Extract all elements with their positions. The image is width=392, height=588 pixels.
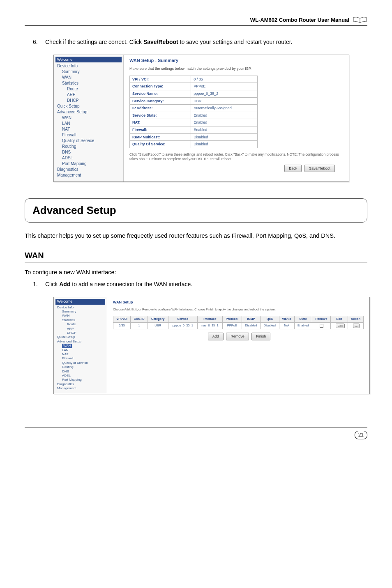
tree-item[interactable]: Summary: [55, 69, 122, 75]
action-button[interactable]: ...: [353, 324, 360, 328]
tree-item[interactable]: LAN: [55, 121, 122, 126]
table-row: Service Category:UBR: [130, 97, 258, 105]
tree-item[interactable]: Management: [55, 386, 105, 390]
table-cell: pppoe_0_35_1: [168, 322, 198, 329]
column-header: IGMP: [242, 316, 260, 323]
table-cell: Disabled: [242, 322, 260, 329]
column-header: VlanId: [279, 316, 294, 323]
tree-item[interactable]: ARP: [55, 92, 122, 98]
tree-item[interactable]: NAT: [55, 352, 105, 356]
remove-button[interactable]: Remove: [226, 333, 249, 340]
tree-header: Welcome: [55, 299, 105, 305]
nav-tree: Welcome Device InfoSummaryWANStatisticsR…: [54, 297, 107, 394]
table-cell: PPPoE: [222, 322, 242, 329]
table-row: NAT:Enabled: [130, 119, 258, 126]
tree-item[interactable]: DHCP: [55, 331, 105, 335]
tree-item[interactable]: ADSL: [55, 374, 105, 378]
tree-item[interactable]: ADSL: [55, 155, 122, 161]
wan-intro: To configure a new WAN interface:: [25, 268, 367, 276]
tree-item[interactable]: Quick Setup: [55, 335, 105, 339]
save-reboot-button[interactable]: Save/Reboot: [304, 165, 335, 172]
tree-item[interactable]: Device Info: [55, 305, 105, 310]
tree-item[interactable]: ARP: [55, 327, 105, 331]
remove-checkbox[interactable]: [320, 324, 323, 328]
table-cell: 0/35: [113, 322, 131, 329]
tree-item[interactable]: Quick Setup: [55, 103, 122, 109]
column-header: Service: [168, 316, 198, 323]
table-row: VPI / VCI:0 / 35: [130, 76, 258, 83]
panel-note: Click "Save/Reboot" to save these settin…: [129, 152, 343, 161]
column-header: Protocol: [222, 316, 242, 323]
tree-item[interactable]: Firewall: [55, 356, 105, 361]
tree-item[interactable]: Port Mapping: [55, 161, 122, 167]
table-cell: 1: [131, 322, 148, 329]
tree-item[interactable]: Routing: [55, 365, 105, 369]
tree-item[interactable]: DNS: [55, 370, 105, 374]
column-header: Category: [148, 316, 168, 323]
table-cell: Edit: [331, 322, 348, 329]
table-cell: nas_0_35_1: [198, 322, 223, 329]
tree-item[interactable]: WAN: [55, 314, 105, 318]
column-header: State: [294, 316, 312, 323]
tree-item[interactable]: Firewall: [55, 132, 122, 138]
panel-desc: Choose Add, Edit, or Remove to configure…: [113, 308, 364, 312]
step-text: Check if the settings are correct. Click…: [45, 38, 367, 46]
tree-item[interactable]: Device Info: [55, 63, 122, 69]
tree-item[interactable]: Port Mapping: [55, 378, 105, 382]
tree-item[interactable]: WAN: [55, 344, 105, 348]
tree-item[interactable]: NAT: [55, 126, 122, 132]
step-number: 1.: [33, 280, 39, 289]
tree-item[interactable]: WAN: [55, 115, 122, 121]
tree-item[interactable]: Advanced Setup: [55, 340, 105, 344]
page-number: 21: [355, 431, 367, 439]
tree-item[interactable]: DNS: [55, 149, 122, 155]
back-button[interactable]: Back: [284, 165, 302, 172]
wan-table: VPI/VCICon. IDCategoryServiceInterfacePr…: [113, 316, 364, 329]
table-cell: UBR: [148, 322, 168, 329]
panel-heading: WAN Setup - Summary: [129, 57, 343, 64]
column-header: VPI/VCI: [113, 316, 131, 323]
table-row: Service State:Enabled: [130, 112, 258, 119]
tree-item[interactable]: Advanced Setup: [55, 109, 122, 115]
tree-item[interactable]: Route: [55, 86, 122, 92]
column-header: QoS: [261, 316, 279, 323]
column-header: Edit: [331, 316, 348, 323]
tree-item[interactable]: Statistics: [55, 80, 122, 86]
tree-header: Welcome: [55, 57, 122, 63]
table-row: Firewall:Enabled: [130, 126, 258, 133]
tree-item[interactable]: Route: [55, 322, 105, 326]
screenshot-wan-setup: Welcome Device InfoSummaryWANStatisticsR…: [53, 297, 370, 395]
tree-item[interactable]: Routing: [55, 144, 122, 149]
nav-tree: Welcome Device InfoSummaryWANStatisticsR…: [54, 55, 124, 182]
panel-heading: WAN Setup: [113, 300, 364, 305]
tree-item[interactable]: Statistics: [55, 318, 105, 322]
manual-title: WL-AM602 Combo Router User Manual: [250, 16, 349, 24]
tree-item[interactable]: Quality of Service: [55, 138, 122, 144]
tree-item[interactable]: Diagnostics: [55, 382, 105, 386]
summary-table: VPI / VCI:0 / 35Connection Type:PPPoESer…: [129, 76, 258, 148]
tree-item[interactable]: WAN: [55, 75, 122, 80]
tree-item[interactable]: DHCP: [55, 98, 122, 103]
section-title-box: Advanced Setup: [25, 198, 367, 222]
tree-item[interactable]: LAN: [55, 348, 105, 352]
tree-item[interactable]: Quality of Service: [55, 361, 105, 365]
finish-button[interactable]: Finish: [251, 333, 270, 340]
table-cell: ...: [348, 322, 363, 329]
table-cell: Disabled: [261, 322, 279, 329]
tree-item[interactable]: Diagnostics: [55, 167, 122, 172]
table-row: Service Name:pppoe_0_35_2: [130, 90, 258, 97]
column-header: Interface: [198, 316, 223, 323]
step-text: Click Add to add a new connection for th…: [45, 280, 367, 289]
tree-item[interactable]: Summary: [55, 310, 105, 314]
step-number: 6.: [33, 38, 39, 46]
column-header: Con. ID: [131, 316, 148, 323]
panel-desc: Make sure that the settings below match …: [129, 66, 343, 71]
table-cell: Enabled: [294, 322, 312, 329]
edit-button[interactable]: Edit: [336, 324, 345, 328]
column-header: Remove: [312, 316, 330, 323]
add-button[interactable]: Add: [208, 333, 224, 340]
subsection-title: WAN: [25, 250, 367, 262]
section-title: Advanced Setup: [32, 203, 360, 218]
tree-item[interactable]: Management: [55, 172, 122, 178]
screenshot-wan-summary: Welcome Device InfoSummaryWANStatisticsR…: [53, 55, 349, 182]
